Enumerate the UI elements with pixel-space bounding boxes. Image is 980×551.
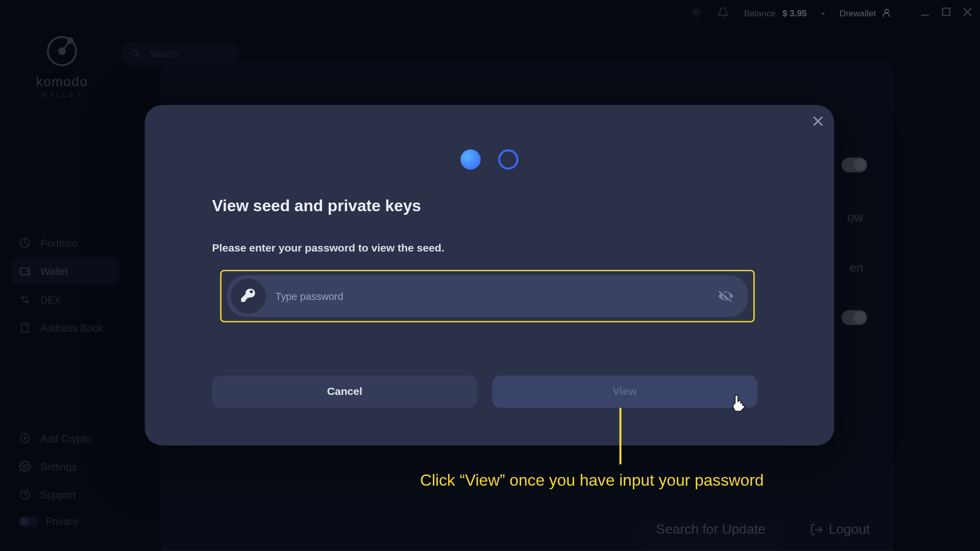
password-field[interactable] [227,275,748,317]
password-input[interactable] [275,290,707,302]
close-icon[interactable] [804,108,831,135]
step-dot-1 [460,149,481,170]
dialog-title: View seed and private keys [212,196,421,215]
cancel-button[interactable]: Cancel [212,375,477,408]
dialog-subtitle: Please enter your password to view the s… [212,242,444,255]
view-button[interactable]: View [492,375,757,408]
view-seed-dialog: View seed and private keys Please enter … [145,105,835,445]
step-dot-2 [498,149,519,170]
eye-off-icon[interactable] [717,287,736,306]
annotation-line [619,408,621,464]
annotation-text: Click “View” once you have input your pa… [420,471,764,490]
password-field-highlight [220,270,754,322]
key-icon [231,279,266,314]
stepper [460,149,518,170]
